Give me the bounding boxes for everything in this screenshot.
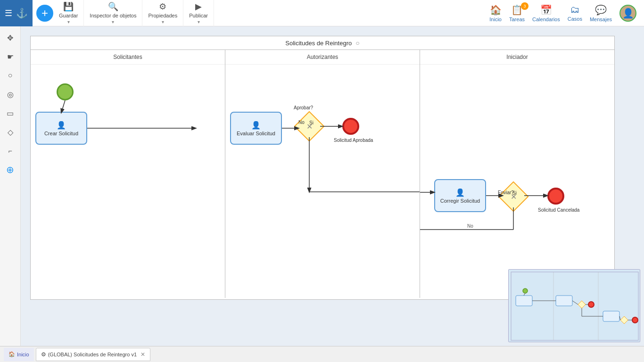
evaluar-user-icon: 👤 — [251, 121, 261, 130]
properties-dropdown-icon[interactable]: ▾ — [162, 19, 164, 25]
properties-label: Propiedades — [148, 13, 177, 18]
inspector-label: Inspector de objetos — [90, 13, 136, 18]
inicio-icon: 🏠 — [490, 4, 502, 16]
main-area: ✥ ☛ ○ ◎ ▭ ◇ ⌐ ⊕ Solicitudes de Reintegro… — [0, 26, 644, 346]
tab-close-button[interactable]: ✕ — [140, 351, 145, 358]
publish-icon: ▶ — [195, 1, 202, 12]
lane-iniciador-header: Iniciador — [420, 50, 614, 65]
svg-point-16 — [523, 288, 528, 293]
tareas-badge: 3 — [521, 2, 528, 10]
lane-autorizantes-header: Autorizantes — [225, 50, 420, 65]
corregir-user-icon: 👤 — [455, 188, 465, 197]
crear-solicitud-label: Crear Solicitud — [44, 131, 78, 136]
move-tool[interactable]: ✥ — [3, 30, 18, 45]
aprobar-gateway-label: Aprobar? — [294, 105, 313, 110]
lane-iniciador-label: Iniciador — [506, 54, 528, 60]
mensajes-icon: 💬 — [595, 4, 607, 16]
left-sidebar: ✥ ☛ ○ ◎ ▭ ◇ ⌐ ⊕ — [0, 26, 21, 346]
diagram-title-circle-icon: ○ — [355, 39, 359, 47]
inspector-icon: 🔍 — [108, 1, 118, 12]
enviar-gateway-label: Enviar? — [498, 190, 514, 195]
publish-action[interactable]: ▶ Publicar ▾ — [183, 0, 214, 26]
canvas-area[interactable]: Solicitudes de Reintegro ○ Solicitantes — [21, 26, 644, 346]
lane-solicitantes: Solicitantes 👤 Crear Solicitud — [31, 50, 225, 298]
process-tab-label: (GLOBAL) Solicitudes de Reintegro v1 — [48, 352, 137, 357]
rect-tool[interactable]: ▭ — [3, 106, 18, 121]
nav-mensajes[interactable]: 💬 Mensajes — [590, 4, 612, 22]
evaluar-solicitud-label: Evaluar Solicitud — [237, 131, 275, 136]
start-event[interactable] — [57, 83, 74, 100]
user-avatar[interactable]: 👤 — [619, 5, 636, 22]
save-dropdown-icon[interactable]: ▾ — [67, 19, 70, 25]
svg-text:No: No — [467, 223, 473, 229]
lane-autorizantes: Autorizantes 👤 Evaluar Solicitud ✕ — [225, 50, 420, 298]
tareas-label: Tareas — [509, 16, 525, 22]
lane-iniciador: Iniciador 👤 Corregir Solicitud ✕ — [420, 50, 614, 298]
lane-iniciador-content: 👤 Corregir Solicitud ✕ Enviar? Si — [420, 65, 614, 297]
svg-rect-18 — [556, 296, 572, 306]
nav-calendarios[interactable]: 📅 Calendarios — [532, 4, 560, 22]
corregir-solicitud-label: Corregir Solicitud — [440, 198, 480, 204]
minimap[interactable] — [508, 269, 640, 342]
inicio-label: Inicio — [489, 16, 502, 22]
hand-tool[interactable]: ☛ — [3, 49, 18, 64]
calendarios-label: Calendarios — [532, 16, 560, 22]
save-action[interactable]: 💾 Guardar ▾ — [53, 0, 84, 26]
task-user-icon: 👤 — [57, 121, 66, 130]
minimap-svg — [509, 270, 640, 342]
enviar-gateway[interactable]: ✕ — [498, 181, 528, 212]
lane1-arrows — [31, 65, 225, 297]
toolbar-actions: 💾 Guardar ▾ 🔍 Inspector de objetos ▾ ⚙ P… — [53, 0, 268, 26]
aprobar-si-label: Si — [309, 120, 314, 125]
diagram-title: Solicitudes de Reintegro ○ — [31, 36, 614, 50]
lane-solicitantes-header: Solicitantes — [31, 50, 225, 65]
diamond-tool[interactable]: ◇ — [3, 124, 18, 140]
nav-casos[interactable]: 🗂 Casos — [568, 4, 582, 22]
svg-point-20 — [588, 302, 594, 307]
lane2-arrows — [225, 65, 420, 297]
properties-action[interactable]: ⚙ Propiedades ▾ — [142, 0, 183, 26]
process-tab[interactable]: ⚙ (GLOBAL) Solicitudes de Reintegro v1 ✕ — [36, 348, 150, 361]
end-event-aprobada[interactable] — [342, 118, 359, 135]
lane-autorizantes-label: Autorizantes — [307, 54, 339, 60]
toolbar: ☰ ⚓ + 💾 Guardar ▾ 🔍 Inspector de objetos… — [0, 0, 644, 26]
hamburger-menu-icon[interactable]: ☰ — [5, 8, 12, 18]
mensajes-label: Mensajes — [590, 16, 612, 22]
process-tab-icon: ⚙ — [41, 351, 46, 358]
add-shape-tool[interactable]: ⊕ — [3, 162, 18, 177]
save-label: Guardar — [59, 13, 78, 18]
circle-outline-tool[interactable]: ○ — [3, 68, 18, 83]
lanes-container: Solicitantes 👤 Crear Solicitud — [31, 50, 614, 298]
svg-rect-21 — [603, 311, 619, 321]
properties-icon: ⚙ — [159, 1, 166, 12]
toolbar-right: 🏠 Inicio 📋 Tareas 3 📅 Calendarios 🗂 Caso… — [482, 4, 644, 22]
svg-point-23 — [632, 317, 638, 323]
home-tab[interactable]: 🏠 Inicio — [4, 348, 34, 361]
task-evaluar-solicitud[interactable]: 👤 Evaluar Solicitud — [230, 112, 282, 145]
casos-icon: 🗂 — [570, 4, 579, 15]
inspector-dropdown-icon[interactable]: ▾ — [112, 19, 114, 25]
bracket-tool[interactable]: ⌐ — [3, 143, 18, 158]
aprobar-no-label: No — [298, 120, 305, 125]
solicitud-cancelada-label: Solicitud Cancelada — [538, 207, 579, 213]
svg-rect-17 — [516, 296, 532, 306]
casos-label: Casos — [568, 16, 582, 22]
aprobar-gateway[interactable]: ✕ — [294, 111, 324, 141]
lane-solicitantes-content: 👤 Crear Solicitud — [31, 65, 225, 297]
add-button[interactable]: + — [36, 5, 53, 22]
publish-label: Publicar — [189, 13, 208, 18]
publish-dropdown-icon[interactable]: ▾ — [198, 19, 200, 25]
nav-tareas[interactable]: 📋 Tareas 3 — [509, 4, 525, 22]
end-event-cancelada[interactable] — [547, 188, 564, 205]
svg-line-0 — [61, 100, 65, 113]
diagram-title-text: Solicitudes de Reintegro — [285, 40, 352, 47]
home-tab-icon: 🏠 — [8, 351, 15, 357]
circle-filled-tool[interactable]: ◎ — [3, 87, 18, 102]
home-tab-label: Inicio — [17, 352, 29, 357]
task-corregir-solicitud[interactable]: 👤 Corregir Solicitud — [434, 179, 486, 212]
diagram-container: Solicitudes de Reintegro ○ Solicitantes — [30, 36, 615, 300]
nav-inicio[interactable]: 🏠 Inicio — [489, 4, 502, 22]
inspector-action[interactable]: 🔍 Inspector de objetos ▾ — [84, 0, 142, 26]
task-crear-solicitud[interactable]: 👤 Crear Solicitud — [35, 112, 87, 145]
save-icon: 💾 — [63, 1, 74, 12]
